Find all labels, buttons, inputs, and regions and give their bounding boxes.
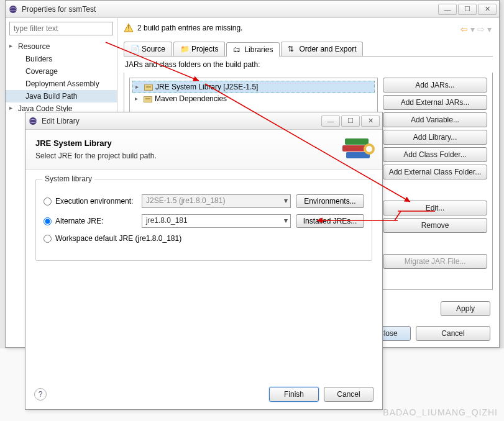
add-external-jars-button[interactable]: Add External JARs...: [383, 95, 487, 110]
finish-button[interactable]: Finish: [269, 387, 319, 402]
add-class-folder-button[interactable]: Add Class Folder...: [383, 147, 487, 162]
library-icon: [144, 84, 153, 91]
window-buttons: — ☐ ✕: [438, 4, 497, 15]
environments-button[interactable]: Environments...: [296, 194, 364, 208]
radio-row-altjre: Alternate JRE: jre1.8.0_181 Installed JR…: [44, 214, 364, 228]
watermark-text: BADAO_LIUMANG_QIZHI: [383, 407, 498, 417]
nav-forward-icon[interactable]: ⇨: [477, 24, 485, 34]
editlib-close-button[interactable]: ✕: [361, 115, 380, 127]
nav-arrows: ⇦ ▾ ⇨ ▾: [460, 24, 492, 34]
library-books-icon: [342, 138, 372, 163]
editlib-heading: JRE System Library: [35, 138, 336, 148]
apply-row: Apply: [441, 301, 490, 316]
help-button[interactable]: ?: [34, 388, 47, 401]
eclipse-icon: [28, 116, 38, 126]
warning-icon: !: [124, 23, 134, 33]
execenv-combo[interactable]: J2SE-1.5 (jre1.8.0_181): [142, 194, 291, 208]
library-buttons-column: Add JARs... Add External JARs... Add Var…: [383, 78, 487, 284]
minimize-button[interactable]: —: [438, 4, 457, 15]
radio-row-execenv: Execution environment: J2SE-1.5 (jre1.8.…: [44, 194, 364, 208]
group-legend: System library: [42, 174, 94, 183]
jar-maven-dependencies[interactable]: Maven Dependencies: [132, 93, 375, 104]
tree-item-builders[interactable]: Builders: [6, 53, 117, 65]
remove-button[interactable]: Remove: [383, 218, 487, 233]
add-library-button[interactable]: Add Library...: [383, 130, 487, 145]
jar-jre-system-library[interactable]: JRE System Library [J2SE-1.5]: [132, 81, 375, 93]
warning-line: ! 2 build path entries are missing.: [124, 23, 493, 33]
tree-item-deployment[interactable]: Deployment Assembly: [6, 78, 117, 90]
close-button[interactable]: ✕: [478, 4, 497, 15]
tree-item-coverage[interactable]: Coverage: [6, 65, 117, 78]
jars-label: JARs and class folders on the build path…: [125, 60, 493, 69]
properties-title: Properties for ssmTest: [22, 5, 438, 14]
tab-source[interactable]: 📄Source: [124, 42, 172, 56]
buildpath-tabs: 📄Source 📁Projects 🗂Libraries ⇅Order and …: [124, 42, 493, 57]
tab-projects[interactable]: 📁Projects: [173, 42, 225, 56]
nav-back-icon[interactable]: ⇦: [460, 24, 468, 34]
altjre-combo[interactable]: jre1.8.0_181: [142, 214, 291, 228]
library-icon: [144, 96, 152, 102]
tab-libraries[interactable]: 🗂Libraries: [226, 42, 280, 57]
editlib-title: Edit Library: [42, 117, 321, 125]
svg-text:!: !: [127, 24, 129, 32]
add-jars-button[interactable]: Add JARs...: [383, 78, 487, 93]
cancel-button[interactable]: Cancel: [416, 326, 490, 341]
maximize-button[interactable]: ☐: [458, 4, 477, 15]
migrate-jar-button: Migrate JAR File...: [383, 254, 487, 269]
system-library-group: System library Execution environment: J2…: [35, 179, 372, 261]
apply-button[interactable]: Apply: [441, 301, 490, 316]
projects-icon: 📁: [180, 45, 189, 53]
source-icon: 📄: [131, 45, 139, 53]
tree-item-resource[interactable]: Resource: [6, 40, 117, 53]
add-variable-button[interactable]: Add Variable...: [383, 112, 487, 127]
warning-text: 2 build path entries are missing.: [137, 24, 242, 32]
radio-execenv[interactable]: Execution environment:: [44, 197, 137, 206]
editlib-header: JRE System Library Select JRE for the pr…: [25, 130, 382, 170]
edit-button[interactable]: Edit...: [383, 201, 487, 215]
tree-item-java-build-path[interactable]: Java Build Path: [6, 90, 117, 102]
eclipse-icon: [8, 4, 18, 14]
editlib-titlebar[interactable]: Edit Library — ☐ ✕: [25, 112, 382, 130]
svg-point-0: [9, 6, 17, 13]
editlib-maximize-button[interactable]: ☐: [341, 115, 360, 127]
editlib-cancel-button[interactable]: Cancel: [324, 387, 373, 402]
editlib-window-buttons: — ☐ ✕: [321, 115, 380, 127]
editlib-subheading: Select JRE for the project build path.: [35, 152, 336, 160]
properties-titlebar[interactable]: Properties for ssmTest — ☐ ✕: [6, 1, 499, 18]
order-icon: ⇅: [288, 45, 296, 53]
editlib-bottom-bar: Finish Cancel: [269, 387, 373, 402]
add-external-class-folder-button[interactable]: Add External Class Folder...: [383, 165, 487, 179]
radio-wsdefault[interactable]: Workspace default JRE (jre1.8.0_181): [44, 234, 181, 243]
tab-order-export[interactable]: ⇅Order and Export: [281, 42, 363, 56]
edit-library-dialog: Edit Library — ☐ ✕ JRE System Library Se…: [25, 112, 383, 410]
radio-row-wsdefault: Workspace default JRE (jre1.8.0_181): [44, 234, 364, 243]
editlib-minimize-button[interactable]: —: [321, 115, 340, 127]
svg-point-4: [29, 117, 37, 125]
filter-input[interactable]: [9, 22, 113, 35]
installed-jres-button[interactable]: Installed JREs...: [296, 214, 364, 228]
libraries-icon: 🗂: [233, 45, 242, 54]
radio-altjre[interactable]: Alternate JRE:: [44, 217, 137, 225]
